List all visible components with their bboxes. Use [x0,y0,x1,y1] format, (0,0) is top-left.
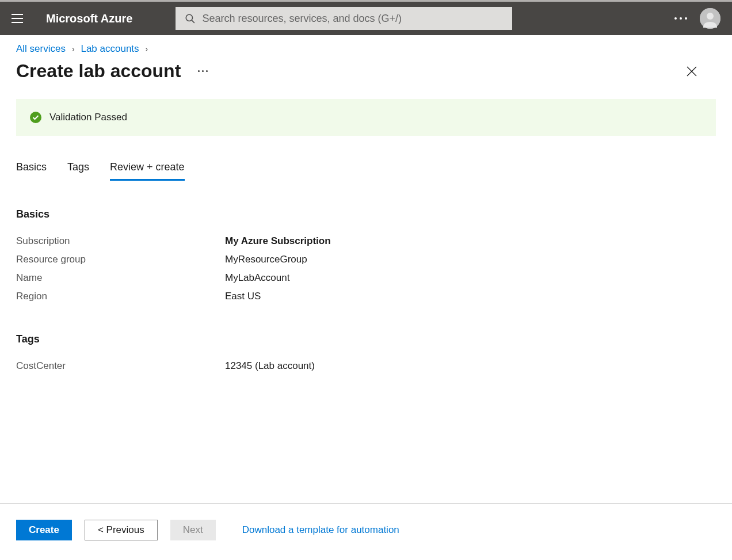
svg-point-0 [186,14,193,21]
value-resource-group: MyResourceGroup [225,254,307,265]
row-resource-group: Resource group MyResourceGroup [16,250,716,269]
download-template-link[interactable]: Download a template for automation [242,524,399,536]
svg-line-1 [192,20,195,23]
section-heading-tags: Tags [16,333,716,345]
label-subscription: Subscription [16,235,225,247]
breadcrumb-link-lab-accounts[interactable]: Lab accounts [81,43,139,54]
row-name: Name MyLabAccount [16,269,716,287]
value-region: East US [225,291,261,302]
header-more-button[interactable] [674,17,687,20]
footer-action-bar: Create < Previous Next Download a templa… [0,503,732,560]
label-name: Name [16,272,225,284]
section-basics: Basics Subscription My Azure Subscriptio… [16,208,716,306]
previous-button[interactable]: < Previous [85,520,158,540]
section-tags: Tags CostCenter 12345 (Lab account) [16,333,716,375]
value-costcenter: 12345 (Lab account) [225,360,315,372]
search-icon [185,13,195,24]
validation-message: Validation Passed [49,112,127,123]
breadcrumb: All services › Lab accounts › [0,35,732,55]
row-subscription: Subscription My Azure Subscription [16,232,716,250]
value-name: MyLabAccount [225,272,289,284]
tab-tags[interactable]: Tags [67,161,89,181]
tab-basics[interactable]: Basics [16,161,47,181]
close-button[interactable] [685,64,699,78]
chevron-right-icon: › [145,44,148,54]
avatar[interactable] [700,8,720,29]
brand-logo: Microsoft Azure [46,12,132,25]
search-input[interactable] [176,7,512,30]
label-region: Region [16,291,225,302]
breadcrumb-link-all-services[interactable]: All services [16,43,66,54]
value-subscription: My Azure Subscription [225,235,331,247]
validation-banner: Validation Passed [16,99,716,136]
tab-review-create[interactable]: Review + create [110,161,185,181]
label-resource-group: Resource group [16,254,225,265]
check-circle-icon [30,112,41,123]
title-more-button[interactable] [198,70,208,72]
label-costcenter: CostCenter [16,360,225,372]
chevron-right-icon: › [72,44,75,54]
next-button[interactable]: Next [170,520,216,540]
section-heading-basics: Basics [16,208,716,220]
page-title: Create lab account [16,60,181,82]
hamburger-menu-button[interactable] [12,14,23,23]
row-region: Region East US [16,287,716,306]
svg-point-6 [30,112,41,123]
create-button[interactable]: Create [16,520,72,540]
svg-point-3 [707,13,714,20]
tabs: Basics Tags Review + create [16,161,716,181]
row-costcenter: CostCenter 12345 (Lab account) [16,357,716,375]
